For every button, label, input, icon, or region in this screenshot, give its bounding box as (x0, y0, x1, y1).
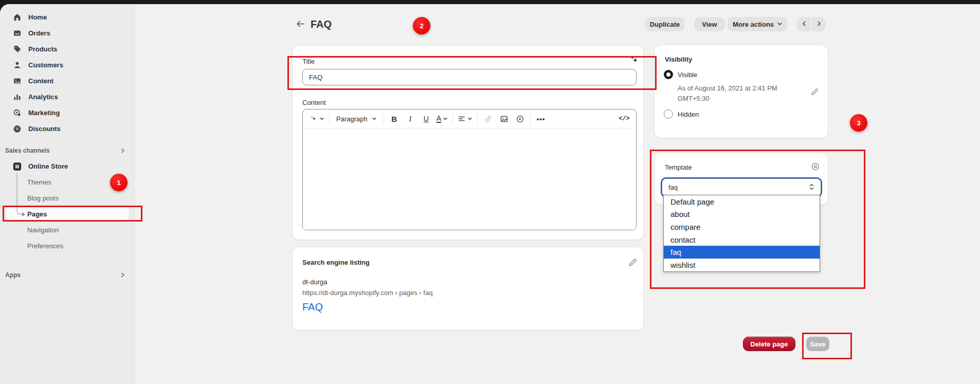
badge-number: 3 (857, 119, 860, 127)
template-option-default-page[interactable]: Default page (664, 195, 820, 208)
template-option-about[interactable]: about (664, 208, 820, 221)
template-heading: Template (665, 163, 692, 171)
delete-page-button[interactable]: Delete page (743, 337, 795, 351)
top-black-bar (0, 0, 980, 4)
hidden-label[interactable]: Hidden (678, 111, 699, 118)
view-template-eye-icon[interactable] (810, 161, 821, 172)
prev-page-button[interactable] (797, 17, 811, 31)
show-html-button[interactable]: </> (619, 112, 630, 125)
title-field-label: Title (302, 58, 315, 65)
save-label: Save (810, 340, 825, 348)
seo-card: Search engine listing dt-durga https://d… (293, 247, 643, 330)
chevron-right-icon (120, 148, 126, 154)
sidebar-item-label: Analytics (28, 93, 58, 101)
sidebar: Home Orders Products Customers Content (0, 4, 135, 384)
alignment-dropdown[interactable] (458, 112, 473, 125)
title-input[interactable] (302, 69, 637, 85)
tree-connector-arrow (0, 4, 31, 225)
more-tools-button[interactable]: ••• (535, 112, 547, 125)
magic-sparkle-icon[interactable] (628, 55, 640, 66)
sidebar-item-label: Discounts (28, 125, 61, 133)
chevron-down-icon (372, 116, 377, 121)
chevron-down-icon (319, 116, 324, 121)
underline-button[interactable]: U (421, 112, 432, 125)
rich-text-editor: Paragraph B I U A (302, 109, 637, 230)
toolbar-divider (452, 114, 453, 124)
bold-button[interactable]: B (389, 112, 400, 125)
badge-number: 2 (420, 22, 423, 30)
app-frame: Home Orders Products Customers Content (0, 4, 980, 384)
sidebar-item-label: Customers (28, 61, 63, 69)
next-page-button[interactable] (812, 17, 826, 31)
italic-button[interactable]: I (405, 112, 416, 125)
seo-site-name: dt-durga (302, 278, 327, 286)
chevron-right-icon (816, 21, 822, 28)
visible-radio[interactable] (664, 70, 673, 79)
visible-note-line2: GMT+5:30 (678, 94, 710, 104)
template-dropdown-menu: Default page about compare contact faq w… (663, 195, 820, 272)
paragraph-style-dropdown[interactable]: Paragraph (334, 112, 379, 125)
sidebar-item-label: Orders (28, 29, 50, 37)
ai-magic-button[interactable] (309, 112, 324, 125)
template-select[interactable]: faq (662, 178, 821, 196)
select-updown-icon (809, 183, 814, 192)
toolbar-divider (477, 114, 478, 124)
annotation-badge-2: 2 (413, 17, 430, 34)
badge-number: 1 (117, 179, 120, 187)
duplicate-button[interactable]: Duplicate (645, 17, 684, 31)
sidebar-item-label: Online Store (28, 162, 68, 170)
sidebar-item-label: Content (28, 77, 53, 85)
paragraph-label: Paragraph (336, 115, 368, 123)
visibility-heading: Visibility (665, 56, 692, 63)
seo-page-link[interactable]: FAQ (302, 301, 323, 313)
template-option-faq[interactable]: faq (664, 246, 820, 259)
image-icon (500, 115, 509, 123)
edit-visibility-pencil-icon[interactable] (810, 87, 819, 97)
template-option-wishlist[interactable]: wishlist (664, 259, 820, 271)
hidden-radio[interactable] (664, 109, 673, 119)
insert-video-button[interactable] (514, 112, 525, 125)
visibility-card: Visibility Visible As of August 16, 2021… (655, 45, 828, 138)
chevron-down-icon (443, 116, 448, 121)
seo-heading: Search engine listing (302, 259, 370, 266)
title-content-card: Title Content Paragraph (293, 46, 643, 240)
chevron-right-icon (120, 272, 126, 278)
toolbar-divider (329, 114, 330, 124)
sidebar-item-label: Home (28, 13, 47, 21)
template-option-contact[interactable]: contact (664, 233, 820, 246)
sidebar-item-preferences[interactable]: Preferences (0, 238, 134, 254)
view-button[interactable]: View (694, 17, 725, 31)
more-actions-button[interactable]: More actions (728, 17, 788, 31)
visible-note-line1: As of August 16, 2021 at 2:41 PM (678, 83, 777, 94)
view-label: View (702, 21, 717, 28)
play-circle-icon (516, 115, 524, 123)
insert-link-button[interactable] (482, 112, 494, 125)
template-option-compare[interactable]: compare (664, 221, 820, 233)
duplicate-label: Duplicate (650, 21, 680, 28)
content-field-label: Content (302, 99, 326, 106)
chevron-left-icon (801, 21, 807, 28)
more-actions-label: More actions (733, 21, 774, 28)
visible-label[interactable]: Visible (678, 71, 697, 79)
annotation-badge-1: 1 (110, 174, 128, 191)
edit-pencil-icon[interactable] (627, 258, 638, 268)
text-color-button[interactable]: A (437, 112, 448, 125)
sidebar-item-label: Marketing (28, 109, 60, 117)
editor-toolbar: Paragraph B I U A (303, 109, 636, 129)
align-left-icon (458, 115, 466, 123)
insert-image-button[interactable] (498, 112, 510, 125)
delete-page-label: Delete page (751, 340, 788, 348)
page-title: FAQ (311, 19, 332, 30)
chevron-down-icon (467, 116, 473, 121)
apps-label: Apps (5, 271, 21, 279)
screen: Home Orders Products Customers Content (0, 0, 980, 384)
toolbar-divider (384, 114, 384, 124)
annotation-badge-3: 3 (850, 114, 867, 132)
template-selected-value: faq (668, 184, 678, 191)
save-button[interactable]: Save (806, 337, 829, 351)
editor-textarea[interactable] (303, 129, 636, 230)
back-button[interactable] (294, 19, 306, 31)
apps-header[interactable]: Apps (5, 271, 134, 279)
seo-breadcrumb-url: https://dt-durga.myshopify.com › pages ›… (302, 289, 432, 297)
sidebar-item-label: Products (28, 45, 57, 53)
